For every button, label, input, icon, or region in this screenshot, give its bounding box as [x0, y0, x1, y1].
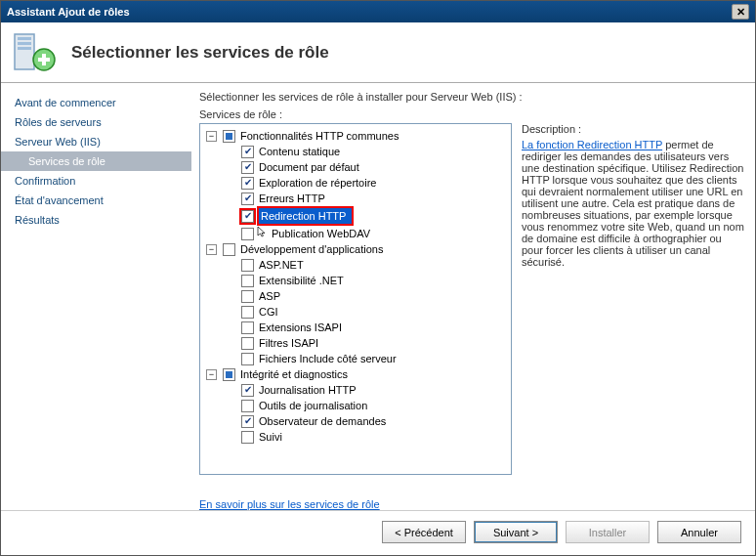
checkbox[interactable] — [223, 368, 235, 381]
tree-node[interactable]: Extensibilité .NET — [224, 273, 509, 288]
tree-node-label[interactable]: Contenu statique — [257, 144, 342, 159]
wizard-step[interactable]: Serveur Web (IIS) — [1, 132, 191, 151]
checkbox[interactable] — [241, 321, 254, 334]
tree-node-label[interactable]: Erreurs HTTP — [257, 191, 327, 206]
tree-node-label[interactable]: ASP.NET — [257, 257, 306, 273]
tree-node-label[interactable]: Exploration de répertoire — [257, 175, 378, 191]
tree-node-label[interactable]: Redirection HTTP — [257, 206, 354, 226]
checkbox[interactable]: ✔ — [241, 415, 254, 428]
description-title: Description : — [522, 123, 745, 135]
wizard-header: Sélectionner les services de rôle — [1, 22, 755, 83]
collapse-icon[interactable]: − — [206, 244, 217, 255]
window-title: Assistant Ajout de rôles — [7, 6, 130, 18]
svg-rect-2 — [18, 42, 31, 45]
checkbox[interactable]: ✔ — [241, 146, 254, 158]
instruction-text: Sélectionner les services de rôle à inst… — [199, 91, 745, 103]
tree-node-label[interactable]: Extensions ISAPI — [257, 320, 344, 335]
checkbox[interactable]: ✔ — [241, 161, 254, 174]
checkbox[interactable] — [241, 400, 254, 412]
checkbox[interactable] — [241, 228, 254, 240]
wizard-step[interactable]: Confirmation — [1, 171, 191, 191]
checkbox[interactable] — [241, 337, 254, 350]
description-link[interactable]: La fonction Redirection HTTP — [522, 139, 662, 150]
tree-node-label[interactable]: Intégrité et diagnostics — [238, 366, 350, 382]
learn-more-link[interactable]: En savoir plus sur les services de rôle — [199, 498, 380, 510]
checkbox[interactable]: ✔ — [241, 210, 254, 223]
checkbox[interactable] — [223, 243, 235, 256]
tree-node-label[interactable]: Suivi — [257, 429, 284, 445]
description-text: permet de rediriger les demandes des uti… — [522, 139, 744, 268]
tree-node[interactable]: Publication WebDAV — [224, 226, 509, 241]
tree-node[interactable]: Fichiers Include côté serveur — [224, 351, 509, 366]
checkbox[interactable] — [241, 275, 254, 287]
tree-node[interactable]: −Développement d'applications — [206, 241, 509, 257]
server-role-icon — [13, 30, 58, 75]
tree-node-label[interactable]: Développement d'applications — [238, 241, 385, 257]
install-button: Installer — [566, 521, 650, 543]
tree-node[interactable]: Suivi — [224, 429, 509, 445]
wizard-footer: < Précédent Suivant > Installer Annuler — [1, 510, 755, 555]
tree-node-label[interactable]: Extensibilité .NET — [257, 273, 346, 288]
titlebar: Assistant Ajout de rôles ✕ — [1, 1, 755, 22]
main-area: Avant de commencerRôles de serveursServe… — [1, 83, 755, 510]
tree-node[interactable]: Outils de journalisation — [224, 398, 509, 413]
tree-node[interactable]: ✔Exploration de répertoire — [224, 175, 509, 191]
tree-node[interactable]: ✔Journalisation HTTP — [224, 382, 509, 398]
content-panel: Sélectionner les services de rôle à inst… — [191, 83, 755, 510]
tree-node[interactable]: Extensions ISAPI — [224, 320, 509, 335]
checkbox[interactable] — [241, 306, 254, 319]
tree-node-label[interactable]: Fonctionnalités HTTP communes — [238, 128, 400, 144]
description-body: La fonction Redirection HTTP permet de r… — [522, 139, 745, 268]
list-label: Services de rôle : — [199, 108, 745, 120]
tree-node[interactable]: CGI — [224, 304, 509, 320]
wizard-step[interactable]: Avant de commencer — [1, 93, 191, 112]
tree-node[interactable]: ASP.NET — [224, 257, 509, 273]
svg-rect-1 — [18, 37, 31, 40]
svg-rect-3 — [18, 47, 31, 50]
checkbox[interactable]: ✔ — [241, 177, 254, 190]
checkbox[interactable]: ✔ — [241, 192, 254, 205]
collapse-icon[interactable]: − — [206, 131, 217, 142]
tree-node-label[interactable]: ASP — [257, 288, 282, 304]
tree-node[interactable]: ✔Redirection HTTP — [224, 206, 509, 226]
wizard-steps-sidebar: Avant de commencerRôles de serveursServe… — [1, 83, 191, 510]
wizard-step[interactable]: Services de rôle — [1, 151, 191, 171]
checkbox[interactable] — [241, 353, 254, 365]
tree-node-label[interactable]: Journalisation HTTP — [257, 382, 358, 398]
tree-node[interactable]: ✔Observateur de demandes — [224, 413, 509, 429]
tree-node[interactable]: Filtres ISAPI — [224, 335, 509, 351]
wizard-step[interactable]: Résultats — [1, 210, 191, 230]
wizard-step[interactable]: Rôles de serveurs — [1, 112, 191, 132]
tree-node-label[interactable]: Outils de journalisation — [257, 398, 369, 413]
close-button[interactable]: ✕ — [732, 4, 749, 20]
next-button[interactable]: Suivant > — [474, 521, 558, 543]
tree-node[interactable]: ASP — [224, 288, 509, 304]
previous-button[interactable]: < Précédent — [382, 521, 466, 543]
svg-rect-6 — [38, 58, 50, 62]
collapse-icon[interactable]: − — [206, 369, 217, 380]
wizard-step[interactable]: État d'avancement — [1, 191, 191, 210]
tree-node[interactable]: −Fonctionnalités HTTP communes — [206, 128, 509, 144]
tree-node[interactable]: ✔Document par défaut — [224, 159, 509, 175]
checkbox[interactable] — [241, 431, 254, 444]
learn-more-row: En savoir plus sur les services de rôle — [199, 498, 745, 510]
tree-node-label[interactable]: Publication WebDAV — [270, 226, 372, 241]
checkbox[interactable]: ✔ — [241, 384, 254, 397]
tree-node-label[interactable]: CGI — [257, 304, 280, 320]
checkbox[interactable] — [223, 130, 235, 143]
page-title: Sélectionner les services de rôle — [71, 43, 329, 63]
tree-node[interactable]: −Intégrité et diagnostics — [206, 366, 509, 382]
tree-node[interactable]: ✔Contenu statique — [224, 144, 509, 159]
cancel-button[interactable]: Annuler — [657, 521, 741, 543]
tree-node-label[interactable]: Fichiers Include côté serveur — [257, 351, 399, 366]
tree-node-label[interactable]: Filtres ISAPI — [257, 335, 320, 351]
tree-node[interactable]: ✔Erreurs HTTP — [224, 191, 509, 206]
description-panel: Description : La fonction Redirection HT… — [522, 123, 745, 491]
cursor-icon — [257, 226, 267, 241]
tree-node-label[interactable]: Document par défaut — [257, 159, 361, 175]
tree-node-label[interactable]: Observateur de demandes — [257, 413, 388, 429]
role-services-tree[interactable]: −Fonctionnalités HTTP communes✔Contenu s… — [199, 123, 512, 475]
checkbox[interactable] — [241, 290, 254, 303]
checkbox[interactable] — [241, 259, 254, 272]
